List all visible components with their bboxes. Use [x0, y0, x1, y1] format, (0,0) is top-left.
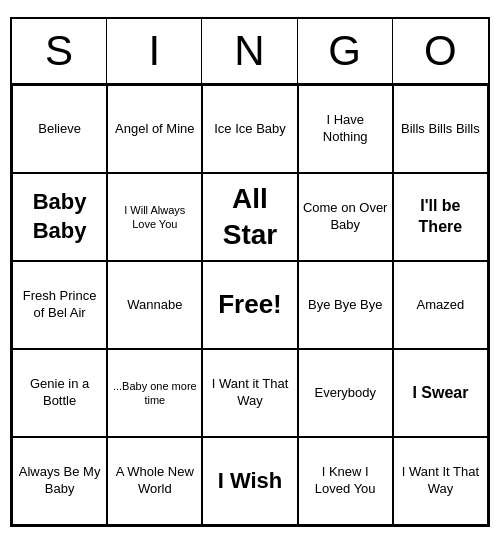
- bingo-card: S I N G O BelieveAngel of MineIce Ice Ba…: [10, 17, 490, 527]
- bingo-cell-17[interactable]: I Want it That Way: [202, 349, 297, 437]
- bingo-cell-1[interactable]: Angel of Mine: [107, 85, 202, 173]
- bingo-cell-0[interactable]: Believe: [12, 85, 107, 173]
- bingo-cell-7[interactable]: All Star: [202, 173, 297, 261]
- bingo-cell-18[interactable]: Everybody: [298, 349, 393, 437]
- bingo-cell-16[interactable]: ...Baby one more time: [107, 349, 202, 437]
- bingo-cell-20[interactable]: Always Be My Baby: [12, 437, 107, 525]
- bingo-cell-15[interactable]: Genie in a Bottle: [12, 349, 107, 437]
- bingo-cell-23[interactable]: I Knew I Loved You: [298, 437, 393, 525]
- header-s: S: [12, 19, 107, 83]
- bingo-cell-8[interactable]: Come on Over Baby: [298, 173, 393, 261]
- bingo-cell-4[interactable]: Bills Bills Bills: [393, 85, 488, 173]
- bingo-cell-14[interactable]: Amazed: [393, 261, 488, 349]
- header-i: I: [107, 19, 202, 83]
- bingo-header: S I N G O: [12, 19, 488, 85]
- bingo-cell-13[interactable]: Bye Bye Bye: [298, 261, 393, 349]
- bingo-grid: BelieveAngel of MineIce Ice BabyI Have N…: [12, 85, 488, 525]
- bingo-cell-5[interactable]: Baby Baby: [12, 173, 107, 261]
- bingo-cell-11[interactable]: Wannabe: [107, 261, 202, 349]
- bingo-cell-21[interactable]: A Whole New World: [107, 437, 202, 525]
- bingo-cell-2[interactable]: Ice Ice Baby: [202, 85, 297, 173]
- bingo-cell-24[interactable]: I Want It That Way: [393, 437, 488, 525]
- header-n: N: [202, 19, 297, 83]
- bingo-cell-12[interactable]: Free!: [202, 261, 297, 349]
- bingo-cell-9[interactable]: I'll be There: [393, 173, 488, 261]
- header-g: G: [298, 19, 393, 83]
- header-o: O: [393, 19, 488, 83]
- bingo-cell-3[interactable]: I Have Nothing: [298, 85, 393, 173]
- bingo-cell-6[interactable]: I Will Always Love You: [107, 173, 202, 261]
- bingo-cell-22[interactable]: I Wish: [202, 437, 297, 525]
- bingo-cell-10[interactable]: Fresh Prince of Bel Air: [12, 261, 107, 349]
- bingo-cell-19[interactable]: I Swear: [393, 349, 488, 437]
